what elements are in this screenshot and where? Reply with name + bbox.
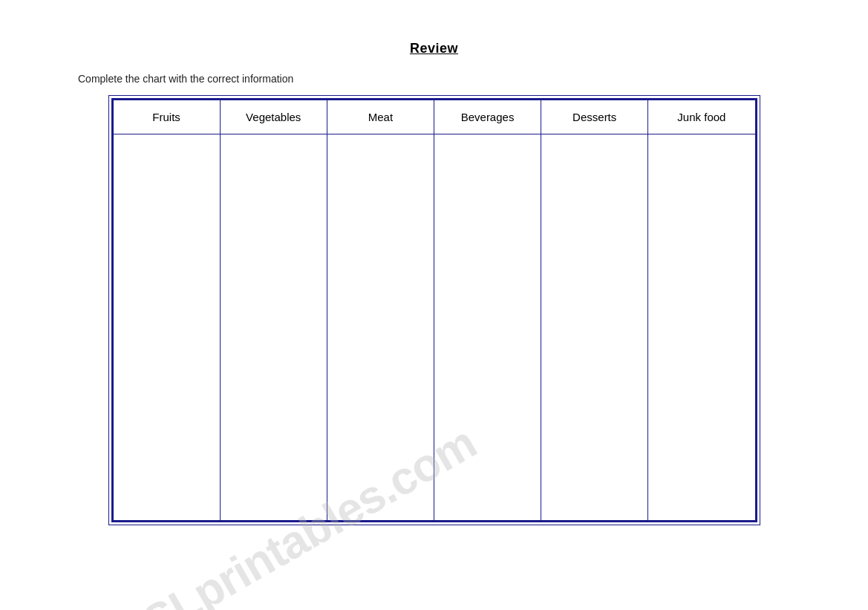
chart-wrapper: Fruits Vegetables Meat Beverages Dessert…: [111, 98, 757, 522]
col-junkfood: Junk food: [648, 100, 755, 134]
table-header-row: Fruits Vegetables Meat Beverages Dessert…: [113, 100, 755, 134]
cell-fruits[interactable]: [113, 134, 220, 521]
cell-desserts[interactable]: [541, 134, 648, 521]
cell-meat[interactable]: [327, 134, 434, 521]
food-chart: Fruits Vegetables Meat Beverages Dessert…: [113, 100, 756, 521]
col-beverages: Beverages: [434, 100, 541, 134]
page-title: Review: [410, 41, 458, 56]
col-vegetables: Vegetables: [220, 100, 327, 134]
col-fruits: Fruits: [113, 100, 220, 134]
table-body-row: [113, 134, 755, 521]
page-subtitle: Complete the chart with the correct info…: [0, 73, 868, 85]
page-container: Review Complete the chart with the corre…: [0, 0, 868, 610]
col-meat: Meat: [327, 100, 434, 134]
col-desserts: Desserts: [541, 100, 648, 134]
cell-beverages[interactable]: [434, 134, 541, 521]
cell-junkfood[interactable]: [648, 134, 755, 521]
cell-vegetables[interactable]: [220, 134, 327, 521]
